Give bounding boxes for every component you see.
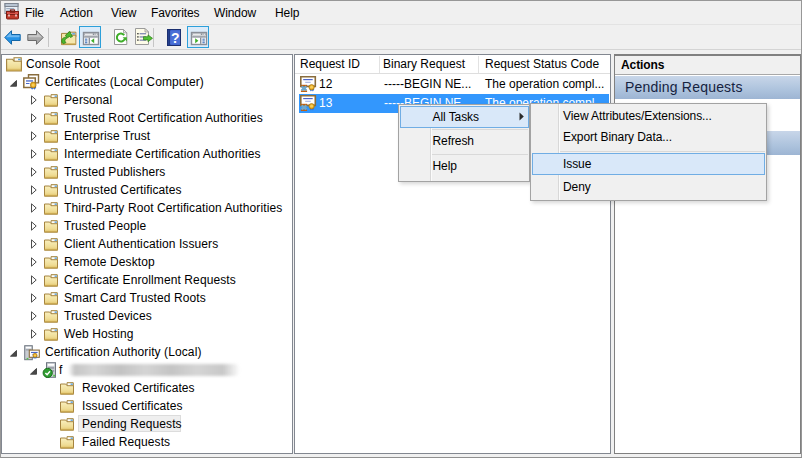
svg-text:?: ?: [171, 30, 180, 46]
